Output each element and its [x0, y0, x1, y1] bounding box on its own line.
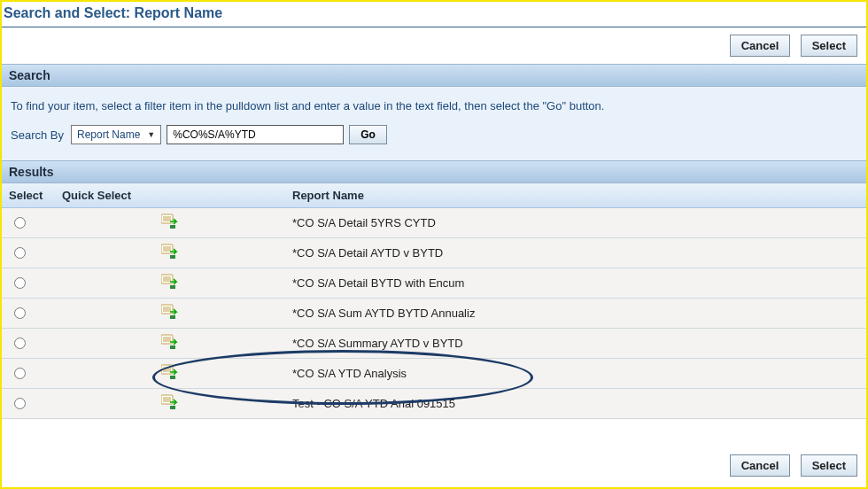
svg-rect-9 [170, 255, 175, 259]
quick-select-icon[interactable] [161, 274, 179, 292]
results-panel: Select Quick Select Report Name *CO S/A … [2, 183, 866, 419]
search-filter-selected: Report Name [77, 128, 140, 141]
search-by-label: Search By [11, 128, 64, 142]
svg-rect-24 [170, 345, 175, 349]
col-quick-header: Quick Select [55, 183, 285, 208]
table-row: *CO S/A Detail AYTD v BYTD [2, 238, 866, 268]
dialog-title: Search and Select: Report Name [2, 2, 866, 27]
go-button[interactable]: Go [349, 125, 387, 144]
row-select-radio[interactable] [14, 277, 26, 289]
search-instructions: To find your item, select a filter item … [11, 99, 857, 113]
report-name-cell: *CO S/A Detail AYTD v BYTD [285, 238, 866, 268]
table-row: *CO S/A Summary AYTD v BYTD [2, 329, 866, 359]
svg-rect-4 [170, 225, 175, 229]
search-section-header: Search [2, 64, 866, 87]
report-name-cell: *CO S/A Detail BYTD with Encum [285, 268, 866, 299]
chevron-down-icon: ▼ [147, 130, 155, 139]
top-button-row: Cancel Select [2, 27, 866, 64]
report-name-cell: *CO S/A Sum AYTD BYTD Annualiz [285, 299, 866, 329]
row-select-radio[interactable] [14, 217, 26, 229]
quick-select-icon[interactable] [161, 213, 179, 232]
quick-select-icon[interactable] [161, 244, 179, 262]
search-controls-row: Search By Report Name ▼ Go [11, 125, 857, 144]
search-filter-dropdown[interactable]: Report Name ▼ [71, 125, 161, 144]
quick-select-icon[interactable] [161, 394, 179, 413]
results-section-header: Results [2, 160, 866, 183]
dialog-frame: Search and Select: Report Name Cancel Se… [0, 0, 868, 489]
report-name-cell: *CO S/A YTD Analysis [285, 359, 866, 389]
select-button-bottom[interactable]: Select [801, 454, 857, 477]
table-row: *CO S/A Sum AYTD BYTD Annualiz [2, 299, 866, 329]
report-name-cell: *CO S/A Summary AYTD v BYTD [285, 329, 866, 359]
table-row: *CO S/A Detail BYTD with Encum [2, 268, 866, 299]
svg-rect-34 [170, 406, 175, 409]
table-row: Test - CO S/A YTD Anal 091515 [2, 389, 866, 419]
row-select-radio[interactable] [14, 338, 26, 349]
row-select-radio[interactable] [14, 368, 26, 379]
cancel-button-top[interactable]: Cancel [730, 35, 791, 57]
table-row: *CO S/A YTD Analysis [2, 359, 866, 389]
report-name-cell: *CO S/A Detail 5YRS CYTD [285, 208, 866, 238]
svg-rect-14 [170, 285, 175, 289]
results-table: Select Quick Select Report Name *CO S/A … [2, 183, 866, 419]
search-value-input[interactable] [167, 125, 344, 144]
search-panel: To find your item, select a filter item … [2, 87, 866, 160]
svg-rect-29 [170, 376, 175, 379]
cancel-button-bottom[interactable]: Cancel [730, 454, 791, 477]
quick-select-icon[interactable] [161, 364, 179, 383]
col-name-header: Report Name [285, 183, 866, 208]
quick-select-icon[interactable] [161, 304, 179, 322]
bottom-button-row: Cancel Select [2, 447, 866, 484]
select-button-top[interactable]: Select [801, 35, 857, 57]
row-select-radio[interactable] [14, 307, 26, 319]
col-select-header: Select [2, 183, 55, 208]
quick-select-icon[interactable] [161, 334, 179, 353]
row-select-radio[interactable] [14, 247, 26, 259]
report-name-cell: Test - CO S/A YTD Anal 091515 [285, 389, 866, 419]
row-select-radio[interactable] [14, 398, 26, 409]
svg-rect-19 [170, 315, 175, 319]
table-row: *CO S/A Detail 5YRS CYTD [2, 208, 866, 238]
